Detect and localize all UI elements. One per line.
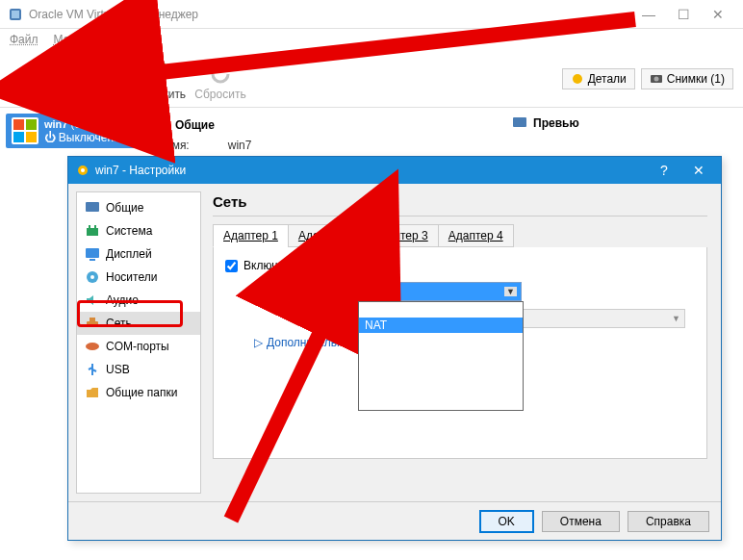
monitor-icon <box>154 117 169 133</box>
svg-rect-21 <box>513 117 526 127</box>
settings-dialog: win7 - Настройки ? ✕ Общие Система Диспл… <box>67 156 722 541</box>
svg-rect-27 <box>94 225 96 228</box>
combo-option[interactable]: Виртуальный адаптер хоста <box>359 379 523 395</box>
svg-point-31 <box>90 275 94 279</box>
nav-shared[interactable]: Общие папки <box>77 381 200 404</box>
chevron-down-icon: ▼ <box>504 287 517 296</box>
tab-adapter-1[interactable]: Адаптер 1 <box>213 224 289 247</box>
svg-point-11 <box>573 74 582 84</box>
svg-rect-17 <box>13 132 24 142</box>
virtualbox-icon <box>8 7 23 22</box>
maximize-button[interactable]: ☐ <box>666 2 701 27</box>
details-button[interactable]: Детали <box>562 68 635 89</box>
power-icon: ⏻ <box>44 131 56 144</box>
svg-point-3 <box>29 65 42 79</box>
svg-rect-28 <box>86 248 99 258</box>
combo-option[interactable]: Не подключен <box>359 302 523 318</box>
dialog-help-button[interactable]: ? <box>650 160 679 181</box>
nav-storage[interactable]: Носители <box>77 266 200 289</box>
help-button[interactable]: Справка <box>628 511 709 532</box>
svg-point-34 <box>86 343 99 350</box>
ok-button[interactable]: OK <box>479 510 534 533</box>
toolbar: Создать Настроить Запустить Сбросить Дет… <box>0 50 743 108</box>
nav-general[interactable]: Общие <box>77 196 200 219</box>
main-titlebar: Oracle VM VirtualBox Менеджер — ☐ ✕ <box>0 0 743 29</box>
svg-rect-1 <box>12 11 19 18</box>
svg-rect-20 <box>159 130 165 132</box>
svg-rect-18 <box>26 132 37 142</box>
svg-rect-19 <box>155 119 168 129</box>
snapshots-button[interactable]: Снимки (1) <box>641 68 733 89</box>
close-button[interactable]: ✕ <box>701 2 735 27</box>
vm-item-win7[interactable]: win7 (Снимок 1) ⏻ Выключена <box>6 114 142 148</box>
svg-rect-15 <box>13 119 24 130</box>
enable-adapter-checkbox[interactable] <box>225 260 238 272</box>
run-button[interactable]: Запустить <box>133 57 185 101</box>
nav-com[interactable]: COM-порты <box>77 335 200 358</box>
svg-rect-16 <box>26 119 37 130</box>
dialog-close-button[interactable]: ✕ <box>684 160 713 181</box>
svg-point-23 <box>81 168 85 172</box>
nav-audio[interactable]: Аудио <box>77 289 200 312</box>
cancel-button[interactable]: Отмена <box>542 511 620 532</box>
combo-option[interactable]: Внутренняя сеть <box>359 364 523 379</box>
dialog-titlebar: win7 - Настройки ? ✕ <box>68 157 721 184</box>
adapter-tabs: Адаптер 1 Адаптер 2 Адаптер 3 Адаптер 4 <box>213 224 707 247</box>
window-title: Oracle VM VirtualBox Менеджер <box>29 8 631 21</box>
discard-button[interactable]: Сбросить <box>194 57 246 101</box>
windows-icon <box>12 117 38 144</box>
tab-adapter-3[interactable]: Адаптер 3 <box>363 224 439 247</box>
svg-rect-26 <box>89 225 90 228</box>
menu-file[interactable]: Файл <box>10 33 38 46</box>
name-value: win7 <box>228 139 252 152</box>
chevron-down-icon: ▼ <box>672 314 680 323</box>
enable-adapter-label: Включить сетевой адаптер <box>243 259 388 272</box>
nav-network[interactable]: Сеть <box>77 312 200 335</box>
gear-icon <box>76 164 90 177</box>
monitor-icon <box>512 115 527 131</box>
section-heading: Сеть <box>213 193 707 210</box>
settings-nav: Общие Система Дисплей Носители Аудио Сет… <box>76 191 201 494</box>
svg-marker-10 <box>216 59 225 64</box>
svg-rect-29 <box>90 259 95 261</box>
menu-help[interactable]: Справка <box>114 33 159 46</box>
connection-type-label: Тип подключения: <box>225 285 350 298</box>
nav-usb[interactable]: USB <box>77 358 200 381</box>
combo-option[interactable]: Универсальный драйвер <box>359 395 523 410</box>
tab-adapter-4[interactable]: Адаптер 4 <box>438 224 514 247</box>
svg-rect-33 <box>90 318 95 321</box>
svg-point-5 <box>93 68 101 76</box>
svg-rect-24 <box>86 202 99 212</box>
configure-button[interactable]: Настроить <box>71 57 123 101</box>
connection-type-combo[interactable]: NAT ▼ Не подключен NAT Сеть NAT Сетевой … <box>358 282 522 301</box>
camera-icon <box>650 72 663 86</box>
create-button[interactable]: Создать <box>10 57 62 101</box>
svg-rect-32 <box>87 321 98 327</box>
name-label: Имя: <box>164 139 190 152</box>
dialog-title: win7 - Настройки <box>95 164 186 177</box>
triangle-right-icon: ▷ <box>254 336 263 349</box>
combo-option[interactable]: NAT <box>359 318 523 333</box>
nav-system[interactable]: Система <box>77 219 200 242</box>
minimize-button[interactable]: — <box>631 2 666 27</box>
gear-icon <box>571 72 584 86</box>
menubar: Файл Машина Справка <box>0 29 743 50</box>
tab-adapter-2[interactable]: Адаптер 2 <box>288 224 364 247</box>
combo-option[interactable]: Сетевой мост <box>359 348 523 364</box>
svg-rect-25 <box>87 228 98 236</box>
nav-display[interactable]: Дисплей <box>77 242 200 266</box>
combo-option[interactable]: Сеть NAT <box>359 333 523 348</box>
connection-type-dropdown: Не подключен NAT Сеть NAT Сетевой мост В… <box>358 301 524 411</box>
menu-machine[interactable]: Машина <box>54 33 98 46</box>
adapter-name-label: Имя: <box>225 312 350 325</box>
svg-point-13 <box>653 76 658 81</box>
